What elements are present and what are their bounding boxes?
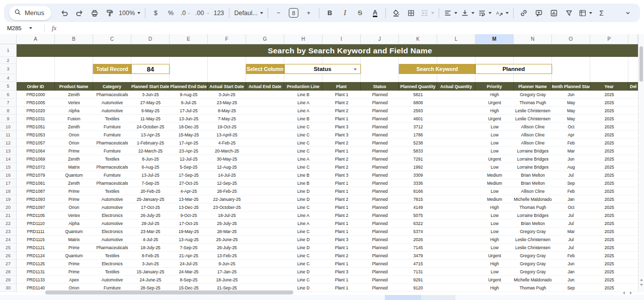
cell[interactable]: PRD1115 <box>17 236 55 243</box>
cell[interactable]: Matrix <box>55 163 93 171</box>
cell[interactable]: PRD1087 <box>17 187 55 195</box>
cell[interactable]: Line D <box>284 268 323 275</box>
cell[interactable]: Plant 3 <box>323 131 361 138</box>
cell[interactable]: 17-Oct-25 <box>131 203 170 211</box>
row-header-1[interactable]: 1 <box>0 44 17 57</box>
cell[interactable]: 2025 <box>590 123 628 130</box>
search-keyword-input[interactable]: Planned <box>475 64 552 74</box>
cell[interactable]: Prime <box>55 260 93 267</box>
table-header-cell[interactable]: Priority <box>475 82 514 91</box>
cell[interactable]: May <box>552 115 590 122</box>
cell[interactable]: Automotive <box>93 219 131 227</box>
row-header-8[interactable]: 8 <box>0 107 17 115</box>
cell[interactable]: 2025 <box>590 99 628 106</box>
cell[interactable]: 28-Jul-25 <box>131 219 170 227</box>
cell[interactable]: 25-January-25 <box>131 195 170 203</box>
cell[interactable]: Gregory Gray <box>514 268 552 275</box>
cell[interactable]: Pharmaceuticals <box>93 179 131 187</box>
insert-comment-button[interactable] <box>532 7 546 20</box>
row-header-19[interactable]: 19 <box>0 195 17 203</box>
cell[interactable]: Leslie Christensen <box>514 244 552 251</box>
cell[interactable]: Textiles <box>93 187 131 195</box>
functions-button[interactable]: Σ <box>594 7 609 20</box>
cell[interactable]: Textiles <box>93 268 131 275</box>
cell[interactable]: Quantum <box>55 228 93 235</box>
cell[interactable]: Planned <box>361 228 399 235</box>
cell[interactable]: 5238 <box>399 139 437 146</box>
cell[interactable] <box>437 131 475 138</box>
cell[interactable]: 19-Oct-25 <box>208 123 246 130</box>
cell[interactable]: Aug <box>552 163 590 171</box>
cell[interactable]: Pharmaceuticals <box>93 163 131 171</box>
cell[interactable] <box>437 260 475 267</box>
cell[interactable]: Alpha <box>55 107 93 114</box>
cell[interactable]: Plant 1 <box>323 187 361 195</box>
cell[interactable]: Pharmaceuticals <box>93 244 131 251</box>
cell[interactable]: 23-May-25 <box>208 99 246 106</box>
redo-button[interactable] <box>72 7 87 20</box>
cell[interactable]: 5833 <box>399 147 437 155</box>
cell[interactable]: Sep <box>552 179 590 187</box>
row-header-6[interactable]: 6 <box>0 91 17 99</box>
cell[interactable]: Brian Melton <box>514 171 552 179</box>
cell[interactable] <box>437 252 475 259</box>
column-header-D[interactable]: D <box>131 34 170 44</box>
cell[interactable]: Line B <box>284 115 323 122</box>
cell[interactable]: Planned <box>361 244 399 251</box>
table-header-cell[interactable]: Month Planned Start <box>552 82 590 91</box>
cell[interactable] <box>437 115 475 122</box>
cell[interactable] <box>628 228 638 235</box>
cell[interactable]: 2025 <box>590 252 628 259</box>
cell[interactable]: Lorraine Bridges <box>514 163 552 171</box>
cell[interactable] <box>437 268 475 275</box>
cell[interactable]: Jul <box>552 244 590 251</box>
cell[interactable]: Line B <box>284 179 323 187</box>
row-header-21[interactable]: 21 <box>0 211 17 219</box>
cell[interactable]: Zenith <box>55 123 93 130</box>
cell[interactable]: Planned <box>361 211 399 219</box>
cell[interactable] <box>246 155 284 163</box>
cell[interactable]: 30-May-25 <box>208 155 246 163</box>
cell[interactable]: 13-Apr-25 <box>131 131 170 138</box>
cell[interactable]: Planned <box>361 203 399 211</box>
cell[interactable]: Planned <box>361 131 399 138</box>
cell[interactable]: 23-Mar-25 <box>131 228 170 235</box>
cell[interactable] <box>628 236 638 243</box>
cell[interactable]: 17-Oct-25 <box>170 219 208 227</box>
text-color-button[interactable]: A <box>368 7 382 20</box>
column-header-M[interactable]: M <box>475 34 514 44</box>
cell[interactable]: Orion <box>55 203 93 211</box>
cell[interactable]: 2025 <box>590 155 628 163</box>
cell[interactable] <box>437 171 475 179</box>
cell[interactable]: Low <box>475 131 514 138</box>
cell[interactable]: Oct <box>552 203 590 211</box>
cell[interactable]: Jul <box>552 211 590 219</box>
cell[interactable]: 2025 <box>590 187 628 195</box>
cell[interactable]: Leslie Christensen <box>514 115 552 122</box>
cell[interactable] <box>437 276 475 283</box>
font-size-input[interactable]: 8 <box>286 7 301 20</box>
cell[interactable]: 5075 <box>399 211 437 219</box>
cell[interactable] <box>246 219 284 227</box>
cell[interactable]: Gregory Gray <box>514 260 552 267</box>
cell[interactable]: Plant 1 <box>323 260 361 267</box>
cell[interactable]: Planned <box>361 276 399 283</box>
font-size-increase-button[interactable]: + <box>301 7 316 20</box>
italic-button[interactable]: I <box>338 7 352 20</box>
cell[interactable]: Prime <box>55 195 93 203</box>
row-header-17[interactable]: 17 <box>0 179 17 187</box>
cell[interactable] <box>246 195 284 203</box>
cell[interactable]: Line A <box>284 211 323 219</box>
cell[interactable]: Allison Cline <box>514 123 552 130</box>
cell[interactable]: Zenith <box>55 179 93 187</box>
cell[interactable]: Medium <box>475 171 514 179</box>
cell[interactable]: 2026 <box>399 236 437 243</box>
cell[interactable]: Urgent <box>475 99 514 106</box>
cell[interactable]: Line C <box>284 228 323 235</box>
cell[interactable]: 3479 <box>399 252 437 259</box>
cell[interactable]: Michelle Maldonado <box>514 276 552 283</box>
cell[interactable]: Plant 1 <box>323 91 361 98</box>
cell[interactable]: 25-June-25 <box>208 236 246 243</box>
cell[interactable]: 15-January-25 <box>131 268 170 275</box>
cell[interactable]: Plant 1 <box>323 115 361 122</box>
